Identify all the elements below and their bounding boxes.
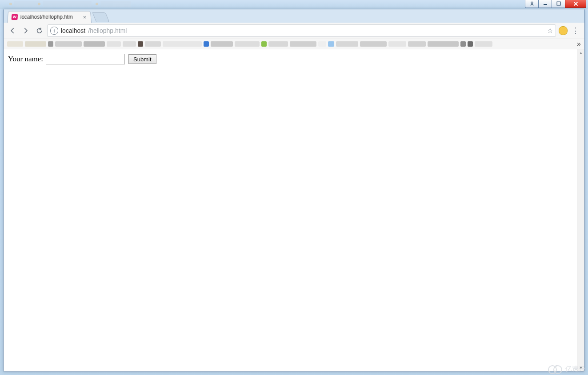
bookmark-item[interactable] (408, 41, 426, 47)
vertical-scrollbar[interactable]: ▲ ▼ (577, 49, 584, 371)
forward-button[interactable] (20, 25, 31, 36)
favicon-icon: W (11, 14, 18, 20)
titlebar-decor (14, 1, 40, 7)
minimize-button[interactable] (538, 0, 552, 8)
svg-point-0 (531, 2, 533, 4)
scroll-track[interactable] (577, 56, 584, 364)
scroll-down-icon[interactable]: ▼ (577, 364, 584, 371)
maximize-button[interactable] (552, 0, 565, 8)
bookmark-item[interactable] (48, 41, 53, 47)
bookmark-item[interactable] (261, 41, 267, 47)
tab-title: localhost/hellophp.htm (20, 14, 80, 20)
bookmark-item[interactable] (145, 41, 161, 47)
bookmark-item[interactable] (475, 41, 492, 47)
browser-tab-active[interactable]: W localhost/hellophp.htm × (7, 11, 92, 23)
reload-icon (36, 27, 43, 35)
user-icon (530, 1, 534, 6)
bookmark-item[interactable] (388, 41, 406, 47)
user-button[interactable] (525, 0, 539, 8)
close-icon (573, 1, 578, 6)
bookmark-item[interactable] (318, 41, 326, 47)
bookmark-item[interactable] (211, 41, 233, 47)
bookmark-item[interactable] (123, 41, 136, 47)
extension-icon[interactable] (559, 26, 568, 35)
arrow-left-icon (8, 27, 16, 35)
bookmark-item[interactable] (235, 41, 260, 47)
bookmark-overflow-icon[interactable]: » (577, 40, 581, 48)
navbar: i localhost/hellophp.html ☆ ⋮ (4, 23, 584, 39)
back-button[interactable] (7, 25, 18, 36)
bookmark-item[interactable] (468, 41, 473, 47)
bookmark-item[interactable] (360, 41, 387, 47)
titlebar-decor (100, 1, 131, 7)
bookmark-item[interactable] (107, 41, 121, 47)
close-button[interactable] (565, 0, 586, 8)
url-path: /hellophp.html (88, 27, 127, 34)
menu-button[interactable]: ⋮ (570, 26, 581, 36)
bookmark-bar[interactable]: » (4, 39, 584, 49)
name-input[interactable] (46, 54, 125, 64)
minimize-icon (543, 1, 548, 6)
bookmark-item[interactable] (460, 41, 466, 47)
os-titlebar[interactable] (0, 0, 588, 9)
bookmark-item[interactable] (204, 41, 209, 47)
tab-strip: W localhost/hellophp.htm × (4, 9, 584, 23)
bookmark-star-icon[interactable]: ☆ (547, 27, 553, 35)
bookmark-item[interactable] (25, 41, 46, 47)
svg-rect-1 (544, 4, 547, 5)
svg-rect-2 (557, 2, 560, 5)
bookmark-item[interactable] (336, 41, 358, 47)
name-label: Your name: (8, 55, 43, 64)
bookmark-item[interactable] (138, 41, 143, 47)
new-tab-button[interactable] (92, 12, 110, 22)
bookmark-item[interactable] (163, 41, 202, 47)
maximize-icon (556, 1, 561, 6)
bookmark-item[interactable] (55, 41, 82, 47)
os-window-frame: W localhost/hellophp.htm × i localhost/h… (0, 0, 588, 375)
bookmark-item[interactable] (290, 41, 316, 47)
browser-window: W localhost/hellophp.htm × i localhost/h… (3, 9, 585, 372)
tab-close-icon[interactable]: × (83, 14, 87, 20)
bookmark-item[interactable] (84, 41, 105, 47)
site-info-icon[interactable]: i (50, 27, 58, 35)
name-form: Your name: Submit (4, 49, 584, 69)
address-bar[interactable]: i localhost/hellophp.html ☆ (47, 24, 556, 37)
scroll-up-icon[interactable]: ▲ (577, 49, 584, 56)
submit-button[interactable]: Submit (128, 54, 156, 64)
page-viewport: Your name: Submit ▲ ▼ (4, 49, 584, 371)
titlebar-decor (43, 1, 92, 7)
reload-button[interactable] (34, 25, 44, 36)
bookmark-item[interactable] (428, 41, 459, 47)
url-host: localhost (61, 27, 85, 34)
bookmark-item[interactable] (268, 41, 288, 47)
arrow-right-icon (22, 27, 30, 35)
bookmark-item[interactable] (328, 41, 334, 47)
bookmark-item[interactable] (7, 41, 23, 47)
